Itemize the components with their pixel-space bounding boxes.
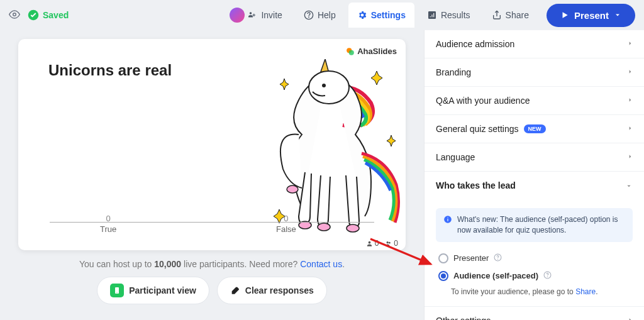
chevron-right-icon — [628, 96, 633, 106]
svg-point-12 — [368, 241, 370, 243]
sidebar-audience-admission[interactable]: Audience admission — [425, 30, 644, 58]
canvas-area: AhaSlides Unicorns are real — [0, 30, 424, 320]
invite-help-text: To invite your audience, please go to Sh… — [451, 287, 633, 296]
svg-point-23 — [547, 277, 548, 277]
svg-point-13 — [387, 241, 389, 243]
help-label: Help — [318, 10, 336, 20]
slide-title: Unicorns are real — [48, 62, 172, 79]
info-text: What's new: The audience (self-paced) op… — [457, 214, 625, 236]
sidebar-language[interactable]: Language — [425, 143, 644, 172]
preview-eye-icon[interactable] — [9, 9, 20, 22]
sidebar-qna[interactable]: Q&A with your audience — [425, 87, 644, 115]
svg-point-19 — [447, 217, 448, 218]
help-circle-icon[interactable] — [494, 253, 502, 263]
label-true: True — [100, 224, 116, 234]
action-row: Participant view Clear responses — [97, 277, 327, 304]
people-icon — [385, 240, 392, 247]
radio-audience-label: Audience (self-paced) — [453, 271, 538, 280]
present-label: Present — [574, 10, 609, 21]
svg-point-5 — [349, 50, 354, 55]
host-count: 10,000 — [154, 259, 181, 269]
svg-point-7 — [322, 84, 326, 87]
results-label: Results — [441, 10, 470, 20]
people-value: 0 — [394, 239, 398, 248]
label-false: False — [276, 224, 296, 234]
topbar-left: Saved — [9, 9, 69, 22]
who-leads-expanded: What's new: The audience (self-paced) op… — [425, 199, 644, 307]
sidebar-other-settings[interactable]: Other settings — [425, 307, 644, 320]
saved-status: Saved — [28, 9, 69, 21]
check-circle-icon — [28, 9, 39, 21]
label-admission: Audience admission — [436, 39, 514, 49]
radio-icon-selected — [438, 271, 448, 281]
label-branding: Branding — [436, 67, 471, 77]
invite-prefix: To invite your audience, please go to — [451, 287, 575, 296]
contact-link[interactable]: Contact us — [300, 259, 342, 269]
people-stat: 0 — [385, 239, 398, 248]
caret-down-icon — [625, 180, 633, 190]
svg-point-6 — [309, 71, 349, 104]
invite-label: Invite — [261, 10, 282, 20]
new-badge: NEW — [524, 124, 546, 133]
present-button[interactable]: Present — [547, 4, 635, 27]
svg-point-16 — [117, 292, 118, 293]
clear-responses-button[interactable]: Clear responses — [217, 277, 327, 304]
brand-text: AhaSlides — [357, 47, 397, 56]
radio-presenter-label: Presenter — [453, 253, 489, 263]
info-box: What's new: The audience (self-paced) op… — [436, 208, 633, 242]
svg-point-0 — [13, 13, 16, 16]
share-label: Share — [506, 10, 529, 20]
participant-view-label: Participant view — [129, 285, 196, 295]
tab-results[interactable]: Results — [418, 3, 479, 28]
vote-icon — [366, 240, 373, 247]
label-general-quiz: General quiz settings — [436, 124, 519, 134]
share-icon — [492, 10, 502, 20]
sidebar-who-leads[interactable]: Who takes the lead — [425, 172, 644, 199]
share-link[interactable]: Share — [575, 287, 596, 296]
help-circle-icon[interactable] — [543, 271, 552, 281]
sidebar-branding[interactable]: Branding — [425, 58, 644, 87]
invite-user-icon — [248, 11, 257, 19]
votes-value: 0 — [375, 239, 379, 248]
label-qna: Q&A with your audience — [436, 96, 530, 106]
results-icon — [427, 10, 437, 20]
avatar — [230, 8, 245, 23]
play-icon — [560, 11, 569, 19]
phone-icon — [110, 284, 124, 297]
main-area: AhaSlides Unicorns are real — [0, 30, 644, 320]
svg-point-21 — [498, 259, 499, 260]
host-info-text: You can host up to 10,000 live participa… — [79, 259, 345, 269]
val-true: 0 — [100, 214, 116, 223]
radio-audience[interactable]: Audience (self-paced) — [436, 267, 633, 285]
host-middle: live participants. Need more? — [181, 259, 300, 269]
gear-icon — [357, 10, 367, 20]
participant-view-button[interactable]: Participant view — [97, 277, 209, 304]
host-prefix: You can host up to — [79, 259, 154, 269]
saved-label: Saved — [43, 10, 69, 20]
label-who-leads: Who takes the lead — [436, 180, 516, 190]
val-false: 0 — [276, 214, 296, 223]
topbar: Saved Invite Help Settings Results Share… — [0, 0, 644, 30]
chart-col-true: 0 True — [100, 214, 116, 234]
slide-card[interactable]: AhaSlides Unicorns are real — [18, 39, 406, 250]
caret-down-icon — [614, 11, 621, 19]
slide-stats: 0 0 — [366, 239, 398, 248]
radio-presenter[interactable]: Presenter — [436, 250, 633, 267]
svg-point-3 — [309, 17, 309, 18]
tab-share[interactable]: Share — [483, 3, 538, 28]
label-language: Language — [436, 152, 475, 162]
help-icon — [304, 10, 314, 20]
tab-settings[interactable]: Settings — [348, 3, 414, 28]
chevron-right-icon — [628, 316, 633, 320]
chevron-right-icon — [628, 124, 633, 134]
topbar-right: Invite Help Settings Results Share Prese… — [221, 3, 635, 28]
sidebar-general-quiz[interactable]: General quiz settings NEW — [425, 115, 644, 143]
bar-chart: 0 True 0 False — [50, 209, 374, 234]
slide-brand: AhaSlides — [346, 47, 397, 56]
clear-responses-label: Clear responses — [245, 285, 314, 295]
label-other: Other settings — [436, 316, 491, 320]
help-button[interactable]: Help — [295, 3, 345, 28]
invite-button[interactable]: Invite — [221, 3, 291, 28]
chart-col-false: 0 False — [276, 214, 296, 234]
chart-baseline — [50, 222, 374, 223]
